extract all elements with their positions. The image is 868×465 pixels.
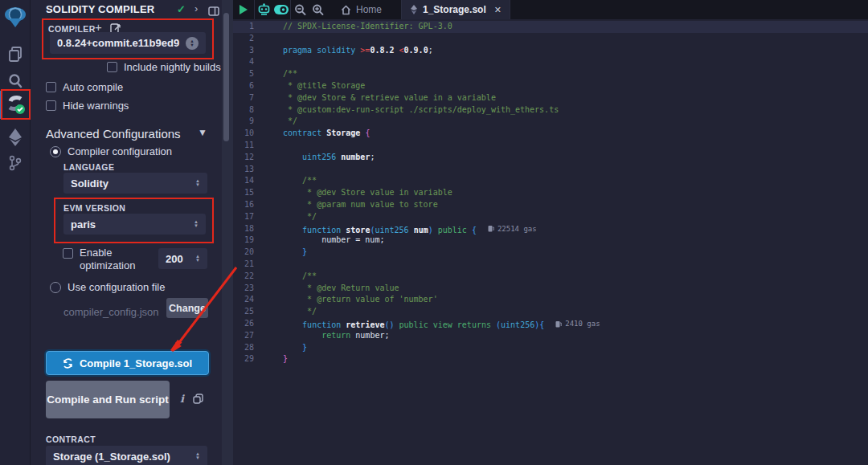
auto-compile-checkbox[interactable]: [46, 82, 56, 92]
line-number: 19: [233, 235, 268, 247]
advanced-configurations-title[interactable]: Advanced Configurations: [46, 127, 181, 141]
line-number: 29: [233, 353, 268, 365]
code-line[interactable]: 10contract Storage {: [233, 128, 868, 140]
file-explorer-icon[interactable]: [0, 39, 31, 69]
optimization-runs-input[interactable]: 200 ▲▼: [158, 248, 207, 269]
close-tab-icon[interactable]: ✕: [494, 5, 502, 15]
copilot-toggle-icon[interactable]: [272, 0, 290, 19]
code-line[interactable]: 24 * @return value of 'number': [233, 294, 868, 306]
evm-version-select[interactable]: paris ▲▼: [63, 214, 206, 235]
code-line[interactable]: 6 * @title Storage: [233, 80, 868, 92]
evm-version-label: EVM VERSION: [63, 203, 125, 213]
gas-estimate-badge: 22514 gas: [488, 223, 537, 235]
solidity-compiler-icon[interactable]: [0, 89, 31, 120]
code-line[interactable]: 9 */: [233, 116, 868, 128]
code-line[interactable]: 4: [233, 56, 868, 68]
panel-resize-handle[interactable]: [222, 0, 233, 465]
compiler-configuration-radio[interactable]: [50, 146, 61, 157]
evm-version-value: paris: [71, 218, 189, 230]
code-line[interactable]: 13: [233, 164, 868, 176]
code-line[interactable]: 12 uint256 number;: [233, 152, 868, 164]
line-number: 26: [233, 318, 268, 330]
code-line[interactable]: 16 * @param num value to store: [233, 199, 868, 211]
compile-and-run-button[interactable]: Compile and Run script: [46, 381, 170, 418]
code-line[interactable]: 21: [233, 259, 868, 271]
fuel-pump-icon: [555, 320, 562, 328]
change-config-button[interactable]: Change: [166, 298, 208, 318]
fuel-pump-icon: [488, 225, 494, 232]
code-line[interactable]: 25 */: [233, 306, 868, 318]
code-line[interactable]: 5/**: [233, 68, 868, 80]
optimization-runs-value: 200: [166, 253, 190, 265]
nightly-builds-checkbox[interactable]: [107, 62, 117, 72]
config-file-name: compiler_config.json: [63, 306, 159, 318]
line-number: 14: [233, 175, 268, 187]
code-line[interactable]: 28 }: [233, 342, 868, 354]
remix-ide-window: SOLIDITY COMPILER ✓ › COMPILER + 0.8.24+…: [0, 0, 868, 465]
zoom-out-icon[interactable]: [291, 0, 309, 19]
panel-scrollbar-thumb[interactable]: [223, 13, 229, 141]
pin-panel-icon[interactable]: [208, 5, 219, 19]
language-select[interactable]: Solidity ▲▼: [63, 173, 207, 194]
solidity-file-icon: [410, 4, 418, 15]
activity-bar: [0, 0, 31, 465]
code-line[interactable]: 17 */: [233, 211, 868, 223]
hide-warnings-checkbox[interactable]: [46, 100, 56, 111]
hide-warnings-row: Hide warnings: [46, 100, 129, 112]
contract-select[interactable]: Storage (1_Storage.sol) ▲▼: [46, 446, 207, 465]
line-number: 10: [233, 128, 268, 140]
editor-tabbar: Home 1_Storage.sol ✕: [233, 0, 868, 19]
code-line[interactable]: 22 /**: [233, 271, 868, 283]
version-stepper-icon: ▲▼: [186, 37, 199, 50]
code-line[interactable]: 7 * @dev Store & retrieve value in a var…: [233, 92, 868, 104]
collapse-panel-icon[interactable]: ›: [194, 2, 198, 14]
compiler-configuration-label: Compiler configuration: [68, 145, 172, 157]
code-line[interactable]: 26 function retrieve() public view retur…: [233, 318, 868, 330]
code-line[interactable]: 27 return number;: [233, 330, 868, 342]
chevron-down-icon[interactable]: ▼: [198, 127, 207, 138]
code-line[interactable]: 8 * @custom:dev-run-script ./scripts/dep…: [233, 104, 868, 116]
compiler-version-value: 0.8.24+commit.e11b9ed9: [57, 37, 181, 49]
tab-storage-label: 1_Storage.sol: [423, 4, 486, 15]
use-config-file-radio[interactable]: [50, 282, 61, 293]
code-line[interactable]: 14 /**: [233, 175, 868, 187]
enable-optimization-row: Enable optimization: [63, 247, 149, 272]
compile-button-label: Compile 1_Storage.sol: [80, 357, 192, 369]
code-line[interactable]: 1// SPDX-License-Identifier: GPL-3.0: [233, 21, 868, 33]
code-line[interactable]: 3pragma solidity >=0.8.2 <0.9.0;: [233, 45, 868, 57]
line-number: 27: [233, 330, 268, 342]
git-branch-icon[interactable]: [0, 148, 31, 178]
compiler-version-select[interactable]: 0.8.24+commit.e11b9ed9 ▲▼: [50, 32, 206, 54]
compile-button[interactable]: Compile 1_Storage.sol: [46, 351, 209, 375]
enable-optimization-checkbox[interactable]: [63, 248, 73, 259]
zoom-in-icon[interactable]: [309, 0, 326, 19]
code-editor[interactable]: 1// SPDX-License-Identifier: GPL-3.023pr…: [233, 19, 868, 465]
code-line[interactable]: 29}: [233, 353, 868, 365]
code-line[interactable]: 11: [233, 140, 868, 152]
code-line[interactable]: 15 * @dev Store value in variable: [233, 187, 868, 199]
line-number: 16: [233, 199, 268, 211]
line-number: 28: [233, 342, 268, 354]
code-line[interactable]: 18 function store(uint256 num) public {2…: [233, 223, 868, 235]
panel-header: SOLIDITY COMPILER ✓ ›: [31, 0, 222, 19]
auto-compile-label: Auto compile: [63, 81, 123, 93]
tab-storage-sol[interactable]: 1_Storage.sol ✕: [401, 0, 510, 19]
remix-logo-icon[interactable]: [0, 2, 31, 32]
use-config-file-label: Use configuration file: [68, 281, 165, 293]
code-line[interactable]: 2: [233, 33, 868, 45]
tab-home[interactable]: Home: [333, 0, 390, 19]
copy-icon[interactable]: [193, 393, 203, 407]
run-script-icon[interactable]: [240, 5, 248, 14]
code-line[interactable]: 20 }: [233, 247, 868, 259]
line-number: 12: [233, 152, 268, 164]
nightly-builds-label: Include nightly builds: [124, 61, 221, 73]
info-icon[interactable]: i: [180, 393, 184, 405]
line-number: 20: [233, 247, 268, 259]
evm-stepper-icon: ▲▼: [194, 220, 199, 228]
line-number: 4: [233, 56, 268, 68]
code-line[interactable]: 19 number = num;: [233, 235, 868, 247]
line-number: 15: [233, 187, 268, 199]
code-line[interactable]: 23 * @dev Return value: [233, 283, 868, 295]
ai-assistant-icon[interactable]: [255, 0, 272, 19]
line-number: 7: [233, 92, 268, 104]
